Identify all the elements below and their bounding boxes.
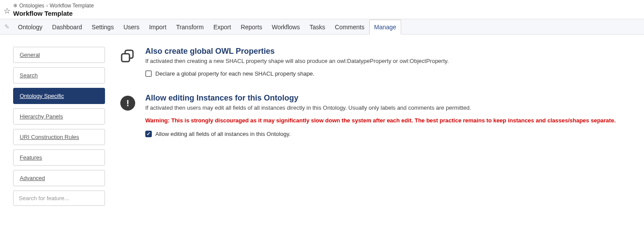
graph-icon: ❄ [13,3,18,9]
tab-reports[interactable]: Reports [236,20,267,35]
section-allow-instances: ! Allow editing Instances for this Ontol… [118,94,631,137]
edit-icon[interactable]: ✎ [4,21,13,33]
sidebar-item-hierarchy-panels[interactable]: Hierarchy Panels [13,108,105,125]
section-description: If activated then creating a new SHACL p… [145,58,631,64]
header: ☆ ❄ Ontologies › Workflow Template Workf… [0,0,644,19]
breadcrumb-current[interactable]: Workflow Template [49,3,94,9]
allow-editing-checkbox[interactable] [145,131,152,137]
tab-transform[interactable]: Transform [171,20,208,35]
tab-settings[interactable]: Settings [87,20,119,35]
breadcrumb-root[interactable]: Ontologies [19,3,44,9]
section-owl-properties: Also create global OWL Properties If act… [118,47,631,77]
sidebar-item-features[interactable]: Features [13,149,105,166]
favorite-star-icon[interactable]: ☆ [4,6,10,16]
settings-sidebar: GeneralSearchOntology SpecificHierarchy … [13,47,105,206]
section-description: If activated then users may edit all fie… [145,104,631,111]
tab-users[interactable]: Users [119,20,144,35]
sidebar-item-advanced[interactable]: Advanced [13,170,105,186]
copy-icon [118,47,137,66]
tab-import[interactable]: Import [144,20,172,35]
svg-rect-1 [122,54,130,62]
warning-icon: ! [118,94,137,113]
breadcrumb-separator: › [46,3,48,9]
checkbox-label: Declare a global property for each new S… [155,70,315,77]
tab-manage[interactable]: Manage [369,20,401,35]
tab-tasks[interactable]: Tasks [304,20,330,35]
section-title: Allow editing Instances for this Ontolog… [145,94,631,103]
checkbox-label: Allow editing all fields of all instance… [155,131,290,137]
owl-declare-checkbox[interactable] [145,70,152,77]
section-warning: Warning: This is strongly discouraged as… [145,117,631,124]
sidebar-item-general[interactable]: General [13,47,105,63]
sidebar-item-uri-construction-rules[interactable]: URI Construction Rules [13,129,105,145]
tab-ontology[interactable]: Ontology [13,20,47,35]
tab-bar: ✎ OntologyDashboardSettingsUsersImportTr… [0,19,644,35]
page-title: Workflow Template [13,10,94,17]
sidebar-item-search[interactable]: Search [13,67,105,83]
tab-workflows[interactable]: Workflows [267,20,304,35]
tab-dashboard[interactable]: Dashboard [47,20,87,35]
settings-content: Also create global OWL Properties If act… [118,47,631,154]
tab-export[interactable]: Export [209,20,236,35]
feature-search-input[interactable] [13,191,105,206]
breadcrumb: ❄ Ontologies › Workflow Template [13,3,94,9]
section-title: Also create global OWL Properties [145,47,631,56]
tab-comments[interactable]: Comments [330,20,369,35]
sidebar-item-ontology-specific[interactable]: Ontology Specific [13,88,105,104]
